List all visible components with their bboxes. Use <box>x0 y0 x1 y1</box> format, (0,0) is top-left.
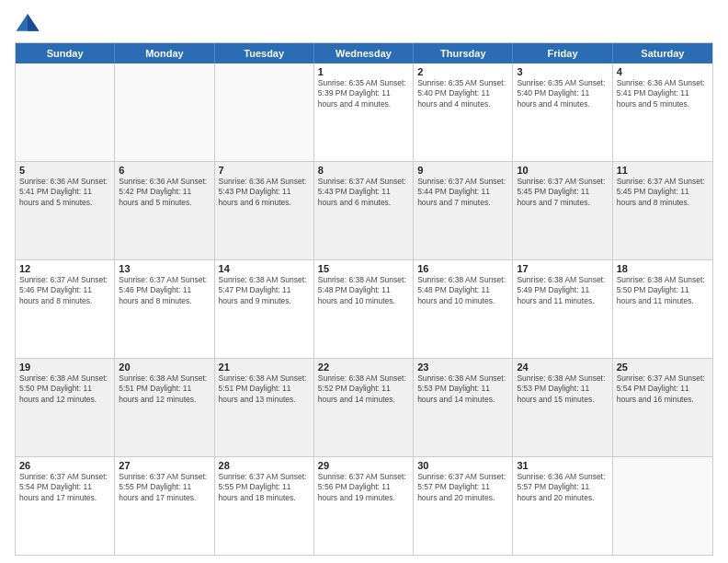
day-number: 16 <box>417 263 508 274</box>
page: SundayMondayTuesdayWednesdayThursdayFrid… <box>0 0 728 563</box>
day-info: Sunrise: 6:35 AM Sunset: 5:40 PM Dayligh… <box>417 78 508 109</box>
day-info: Sunrise: 6:38 AM Sunset: 5:53 PM Dayligh… <box>517 373 608 405</box>
day-info: Sunrise: 6:37 AM Sunset: 5:44 PM Dayligh… <box>417 177 508 208</box>
day-number: 25 <box>617 362 709 373</box>
day-info: Sunrise: 6:38 AM Sunset: 5:50 PM Dayligh… <box>19 373 110 405</box>
day-info: Sunrise: 6:38 AM Sunset: 5:48 PM Dayligh… <box>318 275 409 306</box>
day-cell-18: 18Sunrise: 6:38 AM Sunset: 5:50 PM Dayli… <box>613 260 712 358</box>
day-number: 21 <box>219 362 310 373</box>
day-info: Sunrise: 6:38 AM Sunset: 5:48 PM Dayligh… <box>417 275 508 306</box>
day-number: 15 <box>318 263 409 274</box>
day-cell-3: 3Sunrise: 6:35 AM Sunset: 5:40 PM Daylig… <box>513 63 612 161</box>
empty-cell <box>215 63 314 161</box>
day-info: Sunrise: 6:35 AM Sunset: 5:40 PM Dayligh… <box>517 78 608 109</box>
day-info: Sunrise: 6:38 AM Sunset: 5:52 PM Dayligh… <box>318 373 409 405</box>
day-cell-29: 29Sunrise: 6:37 AM Sunset: 5:56 PM Dayli… <box>314 457 414 555</box>
day-cell-15: 15Sunrise: 6:38 AM Sunset: 5:48 PM Dayli… <box>314 260 414 358</box>
day-number: 14 <box>219 263 310 274</box>
calendar-week-0: 1Sunrise: 6:35 AM Sunset: 5:39 PM Daylig… <box>16 63 712 161</box>
day-number: 22 <box>318 362 409 373</box>
day-cell-9: 9Sunrise: 6:37 AM Sunset: 5:44 PM Daylig… <box>414 162 513 259</box>
day-number: 2 <box>417 66 508 77</box>
day-cell-10: 10Sunrise: 6:37 AM Sunset: 5:45 PM Dayli… <box>513 162 612 259</box>
header-day-tuesday: Tuesday <box>215 43 314 63</box>
day-cell-12: 12Sunrise: 6:37 AM Sunset: 5:46 PM Dayli… <box>16 260 115 358</box>
day-cell-17: 17Sunrise: 6:38 AM Sunset: 5:49 PM Dayli… <box>513 260 612 358</box>
day-number: 12 <box>19 263 110 274</box>
calendar-week-3: 19Sunrise: 6:38 AM Sunset: 5:50 PM Dayli… <box>16 358 712 456</box>
day-number: 4 <box>617 66 709 77</box>
day-cell-22: 22Sunrise: 6:38 AM Sunset: 5:52 PM Dayli… <box>314 359 414 456</box>
day-cell-4: 4Sunrise: 6:36 AM Sunset: 5:41 PM Daylig… <box>613 63 712 161</box>
header-day-sunday: Sunday <box>16 43 115 63</box>
day-number: 30 <box>417 460 508 471</box>
day-cell-31: 31Sunrise: 6:36 AM Sunset: 5:57 PM Dayli… <box>513 457 612 555</box>
day-number: 7 <box>219 165 310 176</box>
calendar-body: 1Sunrise: 6:35 AM Sunset: 5:39 PM Daylig… <box>16 63 712 555</box>
day-info: Sunrise: 6:37 AM Sunset: 5:57 PM Dayligh… <box>417 472 508 503</box>
day-number: 26 <box>19 460 110 471</box>
svg-marker-1 <box>28 14 39 31</box>
day-info: Sunrise: 6:37 AM Sunset: 5:45 PM Dayligh… <box>517 177 608 208</box>
day-cell-1: 1Sunrise: 6:35 AM Sunset: 5:39 PM Daylig… <box>314 63 414 161</box>
logo-icon <box>15 11 40 37</box>
day-number: 6 <box>119 165 210 176</box>
day-info: Sunrise: 6:36 AM Sunset: 5:41 PM Dayligh… <box>19 177 110 208</box>
header-day-thursday: Thursday <box>414 43 513 63</box>
day-cell-8: 8Sunrise: 6:37 AM Sunset: 5:43 PM Daylig… <box>314 162 414 259</box>
empty-cell <box>613 457 712 555</box>
day-cell-2: 2Sunrise: 6:35 AM Sunset: 5:40 PM Daylig… <box>414 63 513 161</box>
day-number: 9 <box>417 165 508 176</box>
day-info: Sunrise: 6:35 AM Sunset: 5:39 PM Dayligh… <box>318 78 409 109</box>
empty-cell <box>16 63 115 161</box>
day-number: 24 <box>517 362 608 373</box>
empty-cell <box>115 63 214 161</box>
day-cell-28: 28Sunrise: 6:37 AM Sunset: 5:55 PM Dayli… <box>215 457 314 555</box>
day-number: 20 <box>119 362 210 373</box>
calendar: SundayMondayTuesdayWednesdayThursdayFrid… <box>15 42 713 556</box>
day-cell-23: 23Sunrise: 6:38 AM Sunset: 5:53 PM Dayli… <box>414 359 513 456</box>
calendar-week-4: 26Sunrise: 6:37 AM Sunset: 5:54 PM Dayli… <box>16 456 712 555</box>
day-info: Sunrise: 6:38 AM Sunset: 5:51 PM Dayligh… <box>219 373 310 405</box>
day-number: 23 <box>417 362 508 373</box>
day-info: Sunrise: 6:37 AM Sunset: 5:54 PM Dayligh… <box>19 472 110 503</box>
day-cell-21: 21Sunrise: 6:38 AM Sunset: 5:51 PM Dayli… <box>215 359 314 456</box>
calendar-week-2: 12Sunrise: 6:37 AM Sunset: 5:46 PM Dayli… <box>16 259 712 358</box>
header <box>15 11 713 37</box>
day-cell-27: 27Sunrise: 6:37 AM Sunset: 5:55 PM Dayli… <box>115 457 214 555</box>
day-cell-30: 30Sunrise: 6:37 AM Sunset: 5:57 PM Dayli… <box>414 457 513 555</box>
day-number: 31 <box>517 460 608 471</box>
calendar-header: SundayMondayTuesdayWednesdayThursdayFrid… <box>16 43 712 63</box>
day-cell-20: 20Sunrise: 6:38 AM Sunset: 5:51 PM Dayli… <box>115 359 214 456</box>
day-number: 5 <box>19 165 110 176</box>
day-number: 10 <box>517 165 608 176</box>
day-cell-16: 16Sunrise: 6:38 AM Sunset: 5:48 PM Dayli… <box>414 260 513 358</box>
day-cell-11: 11Sunrise: 6:37 AM Sunset: 5:45 PM Dayli… <box>613 162 712 259</box>
day-cell-19: 19Sunrise: 6:38 AM Sunset: 5:50 PM Dayli… <box>16 359 115 456</box>
day-info: Sunrise: 6:36 AM Sunset: 5:41 PM Dayligh… <box>617 78 709 109</box>
day-number: 19 <box>19 362 110 373</box>
day-info: Sunrise: 6:37 AM Sunset: 5:55 PM Dayligh… <box>119 472 210 503</box>
day-number: 1 <box>318 66 409 77</box>
day-number: 3 <box>517 66 608 77</box>
day-number: 18 <box>617 263 709 274</box>
day-info: Sunrise: 6:38 AM Sunset: 5:47 PM Dayligh… <box>219 275 310 306</box>
day-number: 8 <box>318 165 409 176</box>
day-info: Sunrise: 6:36 AM Sunset: 5:42 PM Dayligh… <box>119 177 210 208</box>
day-cell-6: 6Sunrise: 6:36 AM Sunset: 5:42 PM Daylig… <box>115 162 214 259</box>
day-info: Sunrise: 6:38 AM Sunset: 5:50 PM Dayligh… <box>617 275 709 306</box>
day-info: Sunrise: 6:37 AM Sunset: 5:54 PM Dayligh… <box>617 373 709 405</box>
day-info: Sunrise: 6:37 AM Sunset: 5:46 PM Dayligh… <box>19 275 110 306</box>
day-info: Sunrise: 6:37 AM Sunset: 5:55 PM Dayligh… <box>219 472 310 503</box>
day-info: Sunrise: 6:38 AM Sunset: 5:51 PM Dayligh… <box>119 373 210 405</box>
day-cell-24: 24Sunrise: 6:38 AM Sunset: 5:53 PM Dayli… <box>513 359 612 456</box>
header-day-saturday: Saturday <box>613 43 712 63</box>
day-number: 27 <box>119 460 210 471</box>
day-info: Sunrise: 6:36 AM Sunset: 5:57 PM Dayligh… <box>517 472 608 503</box>
day-cell-25: 25Sunrise: 6:37 AM Sunset: 5:54 PM Dayli… <box>613 359 712 456</box>
day-number: 17 <box>517 263 608 274</box>
header-day-monday: Monday <box>115 43 214 63</box>
day-info: Sunrise: 6:36 AM Sunset: 5:43 PM Dayligh… <box>219 177 310 208</box>
day-info: Sunrise: 6:38 AM Sunset: 5:53 PM Dayligh… <box>417 373 508 405</box>
header-day-wednesday: Wednesday <box>314 43 414 63</box>
